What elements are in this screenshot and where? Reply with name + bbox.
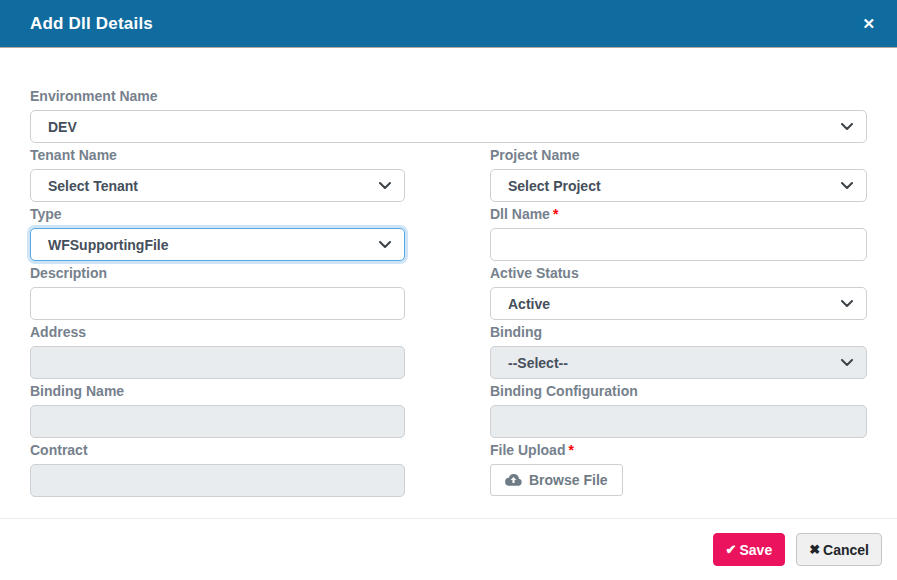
tenant-name-value: Select Tenant: [48, 178, 138, 194]
project-name-field: Project Name Select Project: [490, 147, 867, 202]
modal-title: Add Dll Details: [30, 14, 153, 34]
modal-header: Add Dll Details ✕: [0, 0, 897, 48]
close-icon: ✕: [862, 15, 875, 32]
binding-configuration-input: [490, 405, 867, 438]
binding-configuration-field: Binding Configuration: [490, 383, 867, 438]
save-button-label: Save: [739, 542, 772, 558]
active-status-label: Active Status: [490, 265, 867, 282]
environment-name-value: DEV: [48, 119, 77, 135]
file-upload-field: File Upload* Browse File: [490, 442, 867, 497]
required-asterisk: *: [553, 206, 558, 222]
modal-body: Environment Name DEV Tenant Name Select …: [0, 48, 897, 518]
active-status-select[interactable]: Active: [490, 287, 867, 320]
binding-value: --Select--: [508, 355, 568, 371]
form-row: Binding Name Binding Configuration: [30, 383, 867, 438]
binding-field: Binding --Select--: [490, 324, 867, 379]
type-value: WFSupportingFile: [48, 237, 169, 253]
project-name-label: Project Name: [490, 147, 867, 164]
description-field: Description: [30, 265, 405, 320]
type-field: Type WFSupportingFile: [30, 206, 405, 261]
contract-label: Contract: [30, 442, 405, 459]
form-row: Tenant Name Select Tenant Project Name S…: [30, 147, 867, 202]
type-select[interactable]: WFSupportingFile: [30, 228, 405, 261]
chevron-down-icon: [841, 359, 853, 367]
binding-name-input: [30, 405, 405, 438]
type-label: Type: [30, 206, 405, 223]
cancel-button-label: Cancel: [823, 542, 869, 558]
tenant-name-select[interactable]: Select Tenant: [30, 169, 405, 202]
address-field: Address: [30, 324, 405, 379]
file-upload-label-text: File Upload: [490, 442, 565, 458]
address-input: [30, 346, 405, 379]
cancel-button[interactable]: ✖ Cancel: [796, 533, 882, 566]
cloud-upload-icon: [505, 473, 522, 487]
environment-name-label: Environment Name: [30, 88, 867, 105]
check-icon: ✔: [726, 543, 737, 556]
chevron-down-icon: [379, 241, 391, 249]
form-row: Type WFSupportingFile Dll Name*: [30, 206, 867, 261]
contract-field: Contract: [30, 442, 405, 497]
address-label: Address: [30, 324, 405, 341]
binding-configuration-label: Binding Configuration: [490, 383, 867, 400]
tenant-name-label: Tenant Name: [30, 147, 405, 164]
form-row: Address Binding --Select--: [30, 324, 867, 379]
browse-file-label: Browse File: [529, 472, 608, 488]
chevron-down-icon: [841, 182, 853, 190]
environment-name-field: Environment Name DEV: [30, 88, 867, 143]
binding-select: --Select--: [490, 346, 867, 379]
form-row: Description Active Status Active: [30, 265, 867, 320]
save-button[interactable]: ✔ Save: [713, 533, 786, 566]
modal-footer: ✔ Save ✖ Cancel: [0, 518, 897, 580]
dll-name-input[interactable]: [490, 228, 867, 261]
active-status-field: Active Status Active: [490, 265, 867, 320]
contract-input: [30, 464, 405, 497]
dll-name-label-text: Dll Name: [490, 206, 550, 222]
required-asterisk: *: [568, 442, 573, 458]
dll-name-field: Dll Name*: [490, 206, 867, 261]
chevron-down-icon: [379, 182, 391, 190]
binding-name-label: Binding Name: [30, 383, 405, 400]
project-name-value: Select Project: [508, 178, 601, 194]
project-name-select[interactable]: Select Project: [490, 169, 867, 202]
chevron-down-icon: [841, 300, 853, 308]
tenant-name-field: Tenant Name Select Tenant: [30, 147, 405, 202]
form-row: Environment Name DEV: [30, 88, 867, 143]
description-input[interactable]: [30, 287, 405, 320]
form-row: Contract File Upload* Browse File: [30, 442, 867, 497]
file-upload-label: File Upload*: [490, 442, 867, 459]
x-icon: ✖: [809, 543, 820, 556]
active-status-value: Active: [508, 296, 550, 312]
add-dll-details-modal: Add Dll Details ✕ Environment Name DEV T…: [0, 0, 897, 580]
dll-name-label: Dll Name*: [490, 206, 867, 223]
chevron-down-icon: [841, 123, 853, 131]
environment-name-select[interactable]: DEV: [30, 110, 867, 143]
close-button[interactable]: ✕: [862, 16, 875, 31]
binding-label: Binding: [490, 324, 867, 341]
binding-name-field: Binding Name: [30, 383, 405, 438]
browse-file-button[interactable]: Browse File: [490, 464, 623, 496]
description-label: Description: [30, 265, 405, 282]
